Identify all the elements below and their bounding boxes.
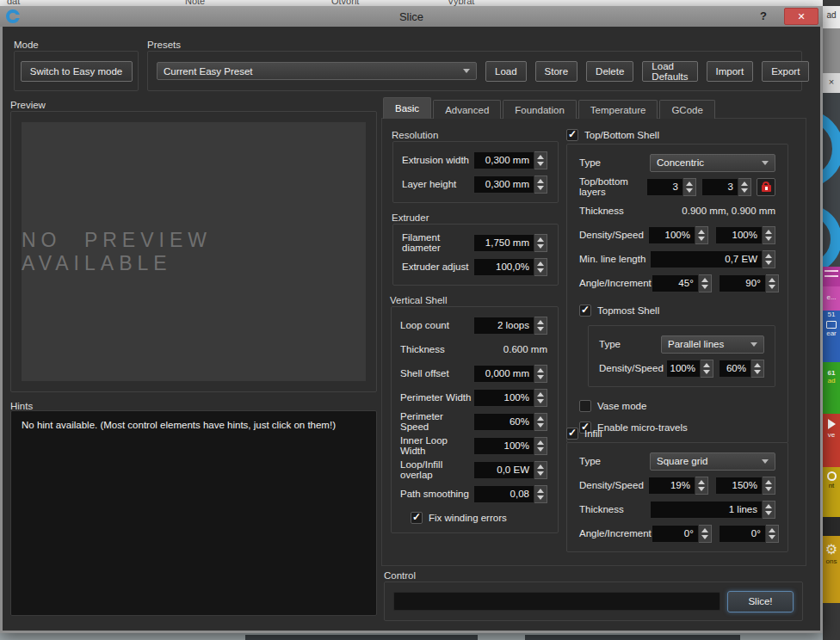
checkbox-box[interactable]	[566, 129, 578, 141]
spin-down-icon[interactable]	[738, 187, 750, 195]
spin-up-icon[interactable]	[766, 275, 778, 284]
spinner[interactable]	[534, 175, 547, 194]
export-button[interactable]: Export	[762, 61, 809, 82]
spin-down-icon[interactable]	[763, 259, 775, 268]
spin-up-icon[interactable]	[763, 251, 775, 260]
switch-easy-mode-button[interactable]: Switch to Easy mode	[21, 61, 133, 82]
infill-angle-input[interactable]: 0°	[652, 525, 699, 543]
loop-count-input[interactable]: 2 loops	[473, 317, 534, 335]
load-defaults-button[interactable]: Load Defaults	[642, 61, 697, 82]
spinner[interactable]	[534, 365, 547, 383]
spin-down-icon[interactable]	[534, 446, 547, 454]
store-button[interactable]: Store	[535, 61, 578, 82]
spinner[interactable]	[534, 485, 547, 503]
slice-button[interactable]: Slice!	[727, 591, 794, 612]
spin-up-icon[interactable]	[738, 179, 750, 188]
infill-speed-input[interactable]: 150%	[715, 477, 763, 495]
spinner[interactable]	[534, 461, 547, 479]
close-button[interactable]: ✕	[784, 8, 818, 25]
spinner[interactable]	[534, 258, 547, 276]
spin-down-icon[interactable]	[534, 243, 547, 251]
top-bottom-shell-checkbox[interactable]: Top/Bottom Shell	[566, 129, 659, 141]
spin-down-icon[interactable]	[534, 325, 547, 334]
spin-up-icon[interactable]	[763, 477, 775, 486]
spin-down-icon[interactable]	[763, 235, 775, 243]
spin-up-icon[interactable]	[683, 179, 695, 188]
spin-up-icon[interactable]	[699, 275, 711, 284]
enable-micro-travels-checkbox[interactable]: Enable micro-travels	[579, 422, 775, 434]
spin-up-icon[interactable]	[701, 360, 713, 369]
spin-up-icon[interactable]	[763, 227, 775, 236]
spinner[interactable]	[766, 274, 779, 292]
spinner[interactable]	[683, 178, 696, 196]
tab-temperature[interactable]: Temperature	[578, 100, 658, 119]
spinner[interactable]	[763, 250, 775, 268]
fix-winding-errors-checkbox[interactable]: Fix winding errors	[411, 512, 547, 524]
spin-down-icon[interactable]	[695, 485, 707, 494]
spinner[interactable]	[534, 437, 547, 455]
infill-checkbox[interactable]: Infill	[566, 428, 602, 440]
tab-gcode[interactable]: GCode	[659, 100, 714, 119]
help-button[interactable]: ?	[756, 9, 771, 24]
spin-down-icon[interactable]	[766, 283, 778, 292]
spinner[interactable]	[763, 226, 775, 244]
spinner[interactable]	[534, 389, 547, 407]
topmost-speed-input[interactable]: 60%	[719, 360, 751, 378]
spin-down-icon[interactable]	[695, 235, 707, 243]
shell-offset-input[interactable]: 0,000 mm	[473, 365, 534, 383]
spinner[interactable]	[701, 360, 713, 378]
spinner[interactable]	[751, 360, 764, 378]
spin-up-icon[interactable]	[534, 486, 547, 495]
top-layers-input[interactable]: 3	[646, 178, 683, 196]
tbs-angle-input[interactable]: 45°	[652, 274, 699, 292]
spin-down-icon[interactable]	[534, 267, 547, 275]
checkbox-box[interactable]	[579, 400, 591, 412]
path-smoothing-input[interactable]: 0,08	[473, 485, 534, 503]
spinner[interactable]	[699, 525, 712, 543]
spin-down-icon[interactable]	[751, 368, 763, 377]
topmost-shell-checkbox[interactable]: Topmost Shell	[579, 305, 775, 317]
vase-mode-checkbox[interactable]: Vase mode	[579, 400, 775, 412]
spin-down-icon[interactable]	[534, 470, 547, 478]
spin-down-icon[interactable]	[701, 368, 713, 377]
spinner[interactable]	[763, 501, 775, 519]
spin-up-icon[interactable]	[695, 477, 707, 486]
bottom-layers-input[interactable]: 3	[701, 178, 738, 196]
preset-select[interactable]: Current Easy Preset	[157, 62, 477, 80]
topmost-density-input[interactable]: 100%	[666, 360, 701, 378]
perimeter-speed-input[interactable]: 60%	[473, 413, 534, 431]
spin-down-icon[interactable]	[534, 494, 547, 502]
spinner[interactable]	[695, 226, 708, 244]
spin-up-icon[interactable]	[534, 438, 547, 446]
spinner[interactable]	[766, 525, 779, 543]
delete-button[interactable]: Delete	[586, 61, 633, 82]
spinner[interactable]	[534, 234, 547, 252]
import-button[interactable]: Import	[707, 61, 754, 82]
spin-up-icon[interactable]	[751, 360, 763, 369]
spin-down-icon[interactable]	[763, 485, 775, 494]
spin-down-icon[interactable]	[766, 533, 778, 542]
spinner[interactable]	[738, 178, 751, 196]
spinner[interactable]	[695, 477, 708, 495]
tab-advanced[interactable]: Advanced	[433, 100, 501, 119]
spin-down-icon[interactable]	[534, 373, 547, 382]
checkbox-box[interactable]	[566, 428, 578, 440]
spinner[interactable]	[534, 317, 547, 335]
checkbox-box[interactable]	[411, 512, 423, 524]
spin-down-icon[interactable]	[683, 187, 695, 195]
perimeter-width-input[interactable]: 100%	[473, 389, 534, 407]
spin-up-icon[interactable]	[534, 152, 547, 161]
spin-down-icon[interactable]	[534, 184, 547, 193]
tab-basic[interactable]: Basic	[383, 97, 431, 119]
extruder-adjust-input[interactable]: 100,0%	[473, 258, 534, 276]
spin-down-icon[interactable]	[763, 509, 775, 518]
spin-up-icon[interactable]	[695, 227, 707, 236]
infill-increment-input[interactable]: 0°	[719, 525, 766, 543]
load-button[interactable]: Load	[485, 61, 527, 82]
spin-down-icon[interactable]	[699, 533, 711, 542]
spin-down-icon[interactable]	[534, 160, 547, 169]
spin-down-icon[interactable]	[534, 397, 547, 406]
spinner[interactable]	[534, 413, 547, 431]
spin-up-icon[interactable]	[534, 462, 547, 471]
spin-down-icon[interactable]	[534, 422, 547, 430]
